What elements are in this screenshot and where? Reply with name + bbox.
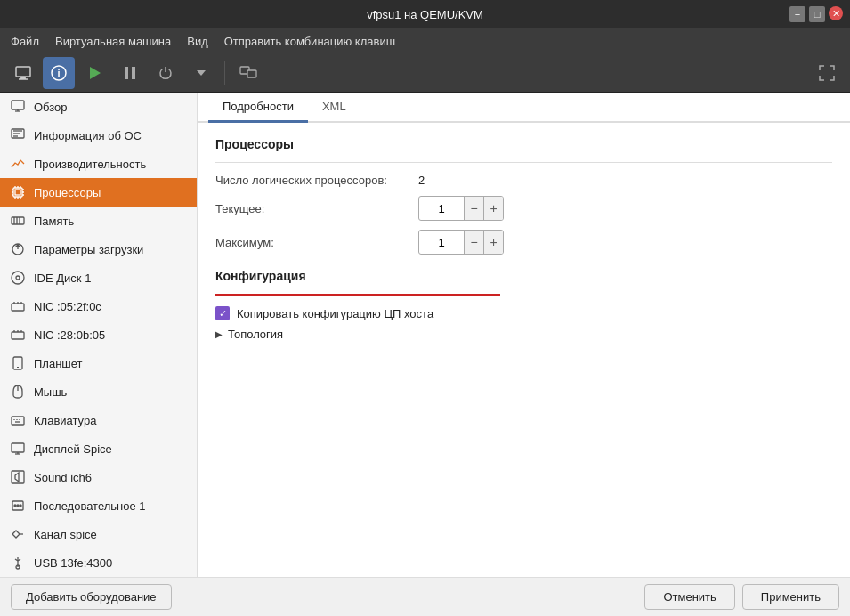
sidebar-item-display[interactable]: Дисплей Spice <box>0 434 197 463</box>
sidebar-label-usb1: USB 13fe:4300 <box>34 556 112 570</box>
current-cpu-decrease[interactable]: − <box>464 196 483 221</box>
svg-rect-52 <box>12 417 24 425</box>
sidebar-item-nic1[interactable]: NIC :05:2f:0c <box>0 292 197 320</box>
boot-icon <box>9 240 27 258</box>
logical-count-row: Число логических процессоров: 2 <box>215 174 832 187</box>
toolbar-info-btn[interactable]: i <box>43 57 75 89</box>
sidebar-item-cpu[interactable]: Процессоры <box>0 178 197 207</box>
toolbar-play-btn[interactable] <box>78 57 110 89</box>
processors-section-title: Процессоры <box>215 137 832 151</box>
sound-icon <box>9 468 27 486</box>
svg-marker-8 <box>197 70 206 76</box>
sidebar-label-nic2: NIC :28:0b:05 <box>34 328 105 342</box>
sidebar-label-memory: Память <box>34 215 74 228</box>
svg-marker-5 <box>90 67 101 79</box>
tablet-icon <box>9 354 27 372</box>
config-divider <box>215 294 500 296</box>
sidebar-label-display: Дисплей Spice <box>34 442 112 456</box>
sidebar-label-os: Информация об ОС <box>34 129 142 142</box>
close-button[interactable]: ✕ <box>829 6 843 20</box>
maximize-button[interactable]: □ <box>809 6 825 22</box>
sidebar-item-overview[interactable]: Обзор <box>0 93 197 121</box>
toolbar-pause-btn[interactable] <box>114 57 146 89</box>
sidebar-label-performance: Производительность <box>34 158 146 171</box>
toolbar-power-btn[interactable] <box>150 57 182 89</box>
add-hardware-button[interactable]: Добавить оборудование <box>11 584 172 610</box>
copy-config-checkbox[interactable]: ✓ <box>215 306 230 320</box>
sidebar-item-channel[interactable]: Канал spice <box>0 520 197 548</box>
sidebar-item-memory[interactable]: Память <box>0 207 197 235</box>
svg-point-40 <box>16 276 20 280</box>
serial-icon <box>9 497 27 515</box>
svg-rect-19 <box>15 190 20 195</box>
menu-vm[interactable]: Виртуальная машина <box>48 31 178 52</box>
content-area: Подробности XML Процессоры Число логичес… <box>198 93 850 577</box>
sidebar-item-boot[interactable]: Параметры загрузки <box>0 235 197 263</box>
current-cpu-spinbox: − + <box>418 196 504 221</box>
tab-bar: Подробности XML <box>198 93 850 123</box>
mouse-icon <box>9 383 27 401</box>
bottom-bar: Добавить оборудование Отменить Применить <box>0 577 850 616</box>
nic-icon-2 <box>9 326 27 344</box>
sidebar-item-usb1[interactable]: USB 13fe:4300 <box>0 548 197 577</box>
max-cpu-input[interactable] <box>419 236 464 249</box>
tab-xml[interactable]: XML <box>308 93 360 123</box>
max-cpu-decrease[interactable]: − <box>464 230 483 255</box>
max-cpu-spinbox: − + <box>418 230 504 255</box>
sidebar-item-tablet[interactable]: Планшет <box>0 349 197 377</box>
apply-button[interactable]: Применить <box>742 584 839 610</box>
logical-count-label: Число логических процессоров: <box>215 174 411 187</box>
sidebar-label-mouse: Мышь <box>34 385 67 399</box>
config-section: Конфигурация ✓ Копировать конфигурацию Ц… <box>215 269 832 320</box>
processors-divider <box>215 162 832 163</box>
svg-rect-32 <box>12 217 24 224</box>
sidebar-item-sound[interactable]: Sound ich6 <box>0 463 197 491</box>
disk-icon <box>9 269 27 287</box>
sidebar-label-overview: Обзор <box>34 101 68 114</box>
toolbar-monitor-btn[interactable] <box>7 57 39 89</box>
svg-text:i: i <box>57 68 60 78</box>
sidebar-label-channel: Канал spice <box>34 528 97 541</box>
sidebar-item-keyboard[interactable]: Клавиатура <box>0 406 197 434</box>
current-cpu-input[interactable] <box>419 202 464 215</box>
toolbar-fullscreen-btn[interactable] <box>811 57 843 89</box>
sidebar-item-os[interactable]: Информация об ОС <box>0 121 197 150</box>
sidebar-item-disk[interactable]: IDE Диск 1 <box>0 263 197 292</box>
svg-rect-57 <box>12 443 24 452</box>
menubar: Файл Виртуальная машина Вид Отправить ко… <box>0 28 850 53</box>
nic-icon-1 <box>9 297 27 315</box>
perf-icon <box>9 155 27 173</box>
cancel-button[interactable]: Отменить <box>644 584 734 610</box>
toolbar-dropdown-btn[interactable] <box>185 57 217 89</box>
keyboard-icon <box>9 411 27 429</box>
sidebar: Обзор Информация об ОС Производительност… <box>0 93 198 577</box>
max-cpu-increase[interactable]: + <box>483 230 503 255</box>
svg-rect-41 <box>12 304 24 311</box>
topology-label: Топология <box>228 328 283 341</box>
action-buttons: Отменить Применить <box>644 584 839 610</box>
svg-rect-11 <box>12 101 24 109</box>
minimize-button[interactable]: − <box>789 6 805 22</box>
window-title: vfpsu1 на QEMU/KVM <box>61 8 789 21</box>
svg-point-64 <box>20 505 21 507</box>
menu-send-keys[interactable]: Отправить комбинацию клавиш <box>217 31 402 52</box>
display-icon <box>9 440 27 458</box>
tab-details[interactable]: Подробности <box>208 93 308 123</box>
toolbar-screens-btn[interactable] <box>232 57 264 89</box>
menu-file[interactable]: Файл <box>4 31 46 52</box>
topology-row[interactable]: ▶ Топология <box>215 328 832 341</box>
sidebar-item-serial[interactable]: Последовательное 1 <box>0 491 197 520</box>
os-icon <box>9 126 27 144</box>
ram-icon <box>9 212 27 230</box>
sidebar-item-mouse[interactable]: Мышь <box>0 377 197 406</box>
sidebar-label-sound: Sound ich6 <box>34 471 92 484</box>
current-cpu-row: Текущее: − + <box>215 196 832 221</box>
copy-config-row: ✓ Копировать конфигурацию ЦП хоста <box>215 306 832 320</box>
menu-view[interactable]: Вид <box>180 31 215 52</box>
svg-point-63 <box>17 505 19 507</box>
sidebar-item-nic2[interactable]: NIC :28:0b:05 <box>0 320 197 349</box>
current-cpu-increase[interactable]: + <box>483 196 503 221</box>
cpu-icon <box>9 183 27 201</box>
svg-rect-10 <box>247 70 256 77</box>
sidebar-item-performance[interactable]: Производительность <box>0 150 197 178</box>
